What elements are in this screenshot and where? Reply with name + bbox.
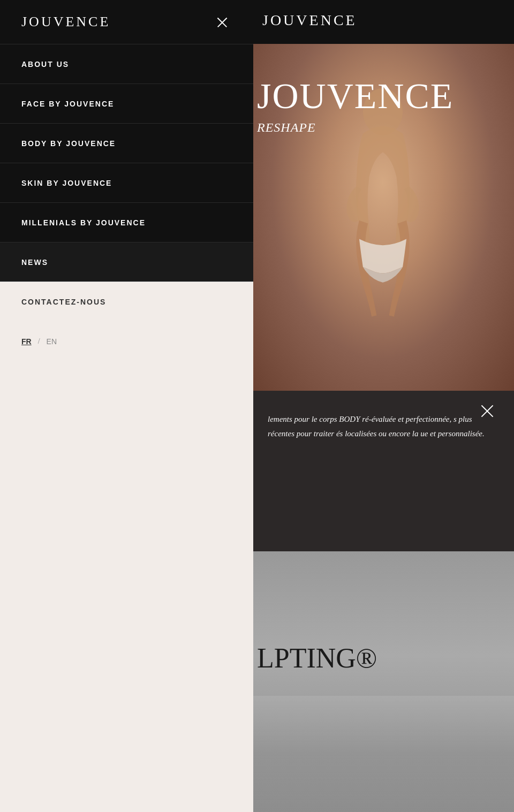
menu-logo: JOUVENCE [21,14,110,30]
menu-light-section: CONTACTEZ-NOUS FR / EN [0,282,253,812]
sidebar-item-millenials-by-jouvence[interactable]: MILLENIALS BY JOUVENCE [0,202,253,242]
dark-band: lements pour le corps BODY ré-évaluée et… [252,391,514,551]
lower-image-area [252,696,514,812]
lang-fr-button[interactable]: FR [21,337,32,346]
close-icon [216,16,229,28]
band-close-button[interactable] [477,400,498,422]
lang-separator: / [38,337,40,346]
sidebar-item-body-by-jouvence[interactable]: BODY BY JOUVENCE [0,123,253,163]
menu-dark-section: ABOUT US FACE BY JOUVENCE BODY BY JOUVEN… [0,44,253,282]
sidebar-item-about-us[interactable]: ABOUT US [0,44,253,84]
hero-subtitle: RESHAPE [257,120,453,135]
sidebar-item-face-by-jouvence[interactable]: FACE BY JOUVENCE [0,84,253,123]
sidebar-item-skin-by-jouvence[interactable]: SKIN BY JOUVENCE [0,163,253,202]
sidebar-item-label: FACE BY JOUVENCE [21,100,114,108]
sidebar-item-label: SKIN BY JOUVENCE [21,179,112,187]
hero-text-overlay: JOUVENCE RESHAPE [257,76,453,135]
sidebar-item-label: CONTACTEZ-NOUS [21,298,106,306]
hero-section: JOUVENCE RESHAPE [252,44,514,391]
dark-band-text: lements pour le corps BODY ré-évaluée et… [252,391,514,462]
sidebar-item-label: NEWS [21,258,48,267]
sidebar-item-label: MILLENIALS BY JOUVENCE [21,218,146,227]
sidebar-item-contactez-nous[interactable]: CONTACTEZ-NOUS [0,282,253,321]
sidebar-item-label: BODY BY JOUVENCE [21,139,116,148]
lower-title: LPTING® [257,642,377,674]
language-switcher: FR / EN [0,321,253,362]
menu-top-bar: JOUVENCE [0,0,253,44]
menu-overlay: JOUVENCE ABOUT US FACE BY JOUVENCE BODY … [0,0,253,812]
hero-title: JOUVENCE [257,76,453,116]
lang-en-button[interactable]: EN [47,337,57,346]
page-logo-right: JOUVENCE [262,12,357,29]
sidebar-item-label: ABOUT US [21,60,69,69]
sidebar-item-news[interactable]: NEWS [0,242,253,282]
menu-close-button[interactable] [213,12,232,32]
